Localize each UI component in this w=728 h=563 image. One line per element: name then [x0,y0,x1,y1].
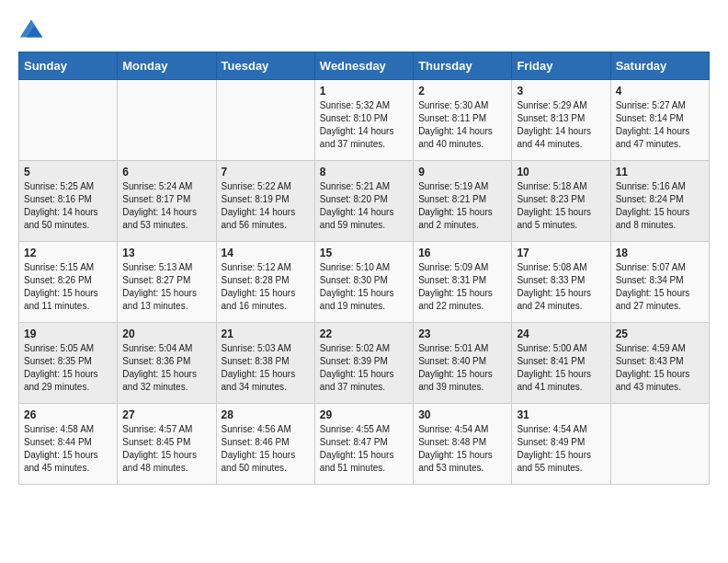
day-number: 2 [418,85,506,98]
calendar-cell: 20Sunrise: 5:04 AM Sunset: 8:36 PM Dayli… [118,323,216,404]
day-number: 31 [517,408,605,421]
calendar-cell: 19Sunrise: 5:05 AM Sunset: 8:35 PM Dayli… [19,323,118,404]
day-number: 28 [222,408,310,421]
day-info: Sunrise: 4:58 AM Sunset: 8:44 PM Dayligh… [24,423,112,475]
calendar-cell: 25Sunrise: 4:59 AM Sunset: 8:43 PM Dayli… [610,323,709,404]
week-row-4: 19Sunrise: 5:05 AM Sunset: 8:35 PM Dayli… [19,323,710,404]
day-info: Sunrise: 5:18 AM Sunset: 8:23 PM Dayligh… [517,180,605,232]
week-row-5: 26Sunrise: 4:58 AM Sunset: 8:44 PM Dayli… [19,404,710,485]
day-number: 23 [418,327,506,340]
day-info: Sunrise: 5:04 AM Sunset: 8:36 PM Dayligh… [122,342,210,394]
calendar-cell: 8Sunrise: 5:21 AM Sunset: 8:20 PM Daylig… [314,161,413,242]
day-number: 25 [616,327,704,340]
day-info: Sunrise: 5:13 AM Sunset: 8:27 PM Dayligh… [122,261,210,313]
week-row-2: 5Sunrise: 5:25 AM Sunset: 8:16 PM Daylig… [19,161,710,242]
day-info: Sunrise: 5:07 AM Sunset: 8:34 PM Dayligh… [616,261,704,313]
day-number: 13 [122,247,210,259]
calendar-cell: 16Sunrise: 5:09 AM Sunset: 8:31 PM Dayli… [414,242,512,323]
header-row: SundayMondayTuesdayWednesdayThursdayFrid… [19,52,710,80]
calendar-cell [610,404,709,485]
day-info: Sunrise: 5:32 AM Sunset: 8:10 PM Dayligh… [320,99,408,151]
day-info: Sunrise: 5:03 AM Sunset: 8:38 PM Dayligh… [222,342,310,394]
day-number: 9 [418,166,506,178]
calendar-cell: 12Sunrise: 5:15 AM Sunset: 8:26 PM Dayli… [19,242,118,323]
day-number: 3 [517,85,605,98]
calendar-cell: 26Sunrise: 4:58 AM Sunset: 8:44 PM Dayli… [19,404,118,485]
day-number: 14 [222,247,310,259]
day-number: 22 [320,327,408,340]
day-info: Sunrise: 5:08 AM Sunset: 8:33 PM Dayligh… [517,261,605,313]
calendar-cell: 10Sunrise: 5:18 AM Sunset: 8:23 PM Dayli… [512,161,610,242]
day-number: 20 [122,327,210,340]
calendar-cell: 30Sunrise: 4:54 AM Sunset: 8:48 PM Dayli… [414,404,512,485]
calendar-cell: 21Sunrise: 5:03 AM Sunset: 8:38 PM Dayli… [216,323,314,404]
calendar-cell: 24Sunrise: 5:00 AM Sunset: 8:41 PM Dayli… [512,323,610,404]
day-number: 18 [616,247,704,259]
day-number: 29 [320,408,408,421]
calendar-cell [19,80,118,161]
day-number: 19 [24,327,112,340]
day-number: 1 [320,85,408,98]
header [18,15,710,40]
day-number: 16 [418,247,506,259]
calendar-table: SundayMondayTuesdayWednesdayThursdayFrid… [18,52,710,485]
calendar-body: 1Sunrise: 5:32 AM Sunset: 8:10 PM Daylig… [19,80,710,485]
day-info: Sunrise: 5:22 AM Sunset: 8:19 PM Dayligh… [222,180,310,232]
day-number: 4 [616,85,704,98]
calendar-cell: 29Sunrise: 4:55 AM Sunset: 8:47 PM Dayli… [314,404,413,485]
calendar-cell: 15Sunrise: 5:10 AM Sunset: 8:30 PM Dayli… [314,242,413,323]
calendar-cell: 28Sunrise: 4:56 AM Sunset: 8:46 PM Dayli… [216,404,314,485]
day-number: 11 [616,166,704,178]
day-number: 17 [517,247,605,259]
day-info: Sunrise: 4:55 AM Sunset: 8:47 PM Dayligh… [320,423,408,475]
calendar-cell: 13Sunrise: 5:13 AM Sunset: 8:27 PM Dayli… [118,242,216,323]
header-day-tuesday: Tuesday [216,52,314,80]
day-number: 21 [222,327,310,340]
page: SundayMondayTuesdayWednesdayThursdayFrid… [0,0,728,503]
calendar-cell: 1Sunrise: 5:32 AM Sunset: 8:10 PM Daylig… [314,80,413,161]
day-info: Sunrise: 4:54 AM Sunset: 8:48 PM Dayligh… [418,423,506,475]
day-info: Sunrise: 4:57 AM Sunset: 8:45 PM Dayligh… [122,423,210,475]
day-info: Sunrise: 5:09 AM Sunset: 8:31 PM Dayligh… [418,261,506,313]
day-info: Sunrise: 4:56 AM Sunset: 8:46 PM Dayligh… [222,423,310,475]
day-info: Sunrise: 5:02 AM Sunset: 8:39 PM Dayligh… [320,342,408,394]
header-day-saturday: Saturday [610,52,709,80]
day-info: Sunrise: 5:30 AM Sunset: 8:11 PM Dayligh… [418,99,506,151]
header-day-wednesday: Wednesday [314,52,413,80]
calendar-cell: 17Sunrise: 5:08 AM Sunset: 8:33 PM Dayli… [512,242,610,323]
day-info: Sunrise: 5:16 AM Sunset: 8:24 PM Dayligh… [616,180,704,232]
calendar-cell: 27Sunrise: 4:57 AM Sunset: 8:45 PM Dayli… [118,404,216,485]
day-info: Sunrise: 5:01 AM Sunset: 8:40 PM Dayligh… [418,342,506,394]
day-info: Sunrise: 5:00 AM Sunset: 8:41 PM Dayligh… [517,342,605,394]
day-number: 27 [122,408,210,421]
week-row-1: 1Sunrise: 5:32 AM Sunset: 8:10 PM Daylig… [19,80,710,161]
calendar-cell: 11Sunrise: 5:16 AM Sunset: 8:24 PM Dayli… [610,161,709,242]
header-day-thursday: Thursday [414,52,512,80]
calendar-cell: 3Sunrise: 5:29 AM Sunset: 8:13 PM Daylig… [512,80,610,161]
calendar-cell: 2Sunrise: 5:30 AM Sunset: 8:11 PM Daylig… [414,80,512,161]
day-number: 30 [418,408,506,421]
calendar-cell: 7Sunrise: 5:22 AM Sunset: 8:19 PM Daylig… [216,161,314,242]
day-info: Sunrise: 5:15 AM Sunset: 8:26 PM Dayligh… [24,261,112,313]
calendar-cell: 22Sunrise: 5:02 AM Sunset: 8:39 PM Dayli… [314,323,413,404]
day-info: Sunrise: 5:27 AM Sunset: 8:14 PM Dayligh… [616,99,704,151]
calendar-cell [216,80,314,161]
calendar-cell: 9Sunrise: 5:19 AM Sunset: 8:21 PM Daylig… [414,161,512,242]
calendar-header: SundayMondayTuesdayWednesdayThursdayFrid… [19,52,710,80]
day-info: Sunrise: 5:24 AM Sunset: 8:17 PM Dayligh… [122,180,210,232]
header-day-sunday: Sunday [19,52,118,80]
day-number: 24 [517,327,605,340]
calendar-cell: 6Sunrise: 5:24 AM Sunset: 8:17 PM Daylig… [118,161,216,242]
day-info: Sunrise: 5:12 AM Sunset: 8:28 PM Dayligh… [222,261,310,313]
day-number: 8 [320,166,408,178]
day-number: 7 [222,166,310,178]
day-info: Sunrise: 5:25 AM Sunset: 8:16 PM Dayligh… [24,180,112,232]
header-day-friday: Friday [512,52,610,80]
day-number: 12 [24,247,112,259]
day-number: 10 [517,166,605,178]
day-info: Sunrise: 5:19 AM Sunset: 8:21 PM Dayligh… [418,180,506,232]
week-row-3: 12Sunrise: 5:15 AM Sunset: 8:26 PM Dayli… [19,242,710,323]
day-info: Sunrise: 4:54 AM Sunset: 8:49 PM Dayligh… [517,423,605,475]
calendar-cell: 5Sunrise: 5:25 AM Sunset: 8:16 PM Daylig… [19,161,118,242]
day-info: Sunrise: 5:29 AM Sunset: 8:13 PM Dayligh… [517,99,605,151]
